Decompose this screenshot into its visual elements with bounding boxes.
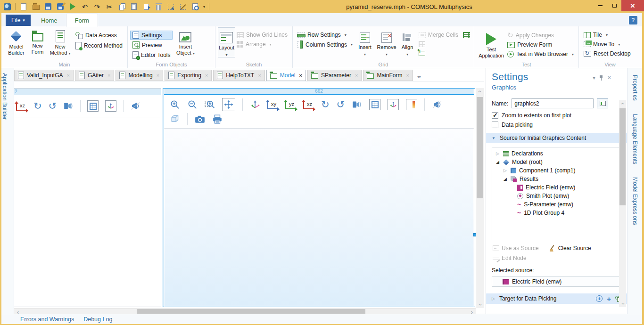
color-legend-icon[interactable] [406,99,417,110]
vertical-scroll-thumb[interactable] [477,97,483,198]
cut-icon[interactable]: ✂ [105,2,114,11]
align-button[interactable]: Align [398,28,417,57]
settings-scroll-thumb[interactable] [619,108,626,205]
close-tab-icon[interactable] [67,73,70,78]
close-tab-icon[interactable] [299,73,302,78]
side-tab-language-elements[interactable]: Language Elements [632,114,638,164]
zoom-box-icon[interactable] [205,99,215,110]
run-icon[interactable] [68,2,77,11]
insert-object-button[interactable]: Insert Object [172,28,198,56]
transparency-icon[interactable] [170,114,180,124]
graphics-object-left[interactable]: 2 xz ↻ ↺ [14,88,161,307]
select-box-icon[interactable] [166,2,175,11]
data-access-button[interactable]: Data Access [74,31,124,40]
graphics-object-left-body[interactable] [14,117,161,307]
form-tab-sparameter[interactable]: SParameter [307,70,362,81]
rotate-counterclockwise-icon[interactable]: ↺ [337,99,345,110]
close-tab-icon[interactable] [157,73,159,78]
scroll-down-arrow[interactable] [619,301,626,307]
app-logo-icon[interactable] [3,2,11,11]
tree-item-component1[interactable]: Component 1 (comp1) [492,166,621,175]
file-menu-button[interactable]: File [6,15,31,26]
checkbox-unchecked-icon[interactable] [492,122,498,128]
checkbox-checked-icon[interactable] [492,112,498,119]
close-tab-icon[interactable] [258,73,261,78]
expander-collapsed-icon[interactable] [503,168,508,173]
errors-and-warnings-link[interactable]: Errors and Warnings [20,316,74,323]
source-section-header[interactable]: Source for Initial Graphics Content [486,133,627,143]
undo-icon[interactable]: ↶ [81,2,89,11]
tree-item-1d-plot-group[interactable]: 1D Plot Group 4 [492,209,621,217]
column-settings-button[interactable]: Column Settings [296,41,355,49]
zoom-out-icon[interactable] [187,99,198,110]
find-dropdown-caret[interactable]: ▾ [203,5,205,9]
split-cells-icon[interactable] [463,32,470,38]
new-file-icon[interactable] [19,2,28,11]
graphics-plot-area[interactable] [164,129,474,306]
zoom-extents-checkbox-row[interactable]: Zoom to extents on first plot [492,112,621,119]
tree-item-results[interactable]: Results [492,175,621,183]
print-icon[interactable] [212,114,223,124]
model-builder-button[interactable]: Model Builder [4,28,28,56]
selected-source-box[interactable]: Electric Field (emw) [492,276,621,287]
duplicate-icon[interactable] [142,2,150,11]
scene-light-icon[interactable] [432,99,442,110]
test-application-button[interactable]: Test Application [477,28,505,58]
data-picking-checkbox-row[interactable]: Data picking [492,122,621,128]
expander-expanded-icon[interactable] [503,177,508,181]
preview-button[interactable]: Preview [131,41,172,49]
settings-button[interactable]: Settings [131,31,172,39]
form-tab-exporting[interactable]: Exporting [165,70,212,81]
name-input[interactable] [512,98,594,108]
preview-form-button[interactable]: Preview Form [505,41,576,49]
go-to-xy-view-icon[interactable]: xy [267,101,278,109]
form-tab-valid-inputga[interactable]: Valid_InputGA [14,70,74,81]
close-tab-icon[interactable] [406,73,409,78]
graphics-object-selected[interactable]: 662 xy yz xz ↻ ↺ [163,88,475,307]
panel-close-icon[interactable] [607,74,611,81]
new-method-button[interactable]: New Method [47,28,74,56]
clear-source-button[interactable]: Clear Source [549,245,591,252]
arrange-button[interactable]: Arrange [235,41,289,48]
go-to-xz-view-icon[interactable]: xz [303,101,314,109]
settings-scrollbar[interactable] [619,100,626,307]
copy-icon[interactable] [117,2,126,11]
tree-item-s-parameter[interactable]: S-Parameter (emw) [492,200,621,209]
form-tab-modelling[interactable]: Modelling [116,70,163,81]
open-file-icon[interactable] [32,2,40,11]
close-tab-icon[interactable] [355,73,358,78]
rotate-clockwise-icon[interactable]: ↻ [33,101,42,111]
switch-to-form-button[interactable] [597,98,608,108]
side-tab-model-expressions[interactable]: Model Expressions [632,177,638,225]
show-grid-icon[interactable] [87,100,99,112]
scene-projection-icon[interactable] [63,101,74,111]
save-icon[interactable] [44,2,52,11]
extract-subform-button[interactable] [417,49,470,57]
expander-collapsed-icon[interactable] [495,151,500,156]
deselect-icon[interactable] [179,2,187,11]
go-to-yz-view-icon[interactable]: yz [285,101,296,109]
close-button[interactable]: ✕ [621,0,644,11]
row-settings-button[interactable]: Row Settings [296,31,355,39]
tree-item-declarations[interactable]: Declarations [492,149,621,158]
zoom-extents-icon[interactable] [222,98,235,111]
scene-projection-icon[interactable] [352,99,362,110]
show-axes-icon[interactable] [388,99,399,110]
go-to-xz-view-icon[interactable]: xz [16,102,27,111]
redo-icon[interactable]: ↷ [93,2,101,11]
tree-item-model-root[interactable]: Model (root) [492,158,621,166]
tree-item-smith-plot[interactable]: Smith Plot (emw) [492,192,621,200]
zoom-to-selection-icon[interactable] [596,295,603,302]
rotate-clockwise-icon[interactable]: ↻ [321,99,330,110]
image-snapshot-icon[interactable] [195,114,205,124]
layout-button[interactable]: Layout [218,28,235,57]
panel-menu-icon[interactable] [593,74,595,81]
find-icon[interactable] [191,2,199,11]
zoom-in-icon[interactable] [170,99,180,110]
target-section-header[interactable]: Target for Data Picking [486,293,627,304]
tab-overflow-menu-icon[interactable] [417,74,420,81]
new-form-button[interactable]: New Form [28,28,47,55]
apply-changes-button[interactable]: ↻ Apply Changes [505,31,576,39]
paste-icon[interactable] [130,2,138,11]
use-as-source-button[interactable]: Use as Source [493,245,539,252]
